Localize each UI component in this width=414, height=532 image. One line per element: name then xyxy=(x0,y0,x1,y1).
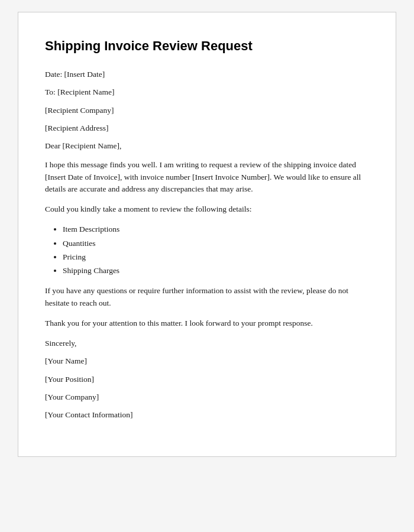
paragraph-3: If you have any questions or require fur… xyxy=(45,285,369,309)
closing: Sincerely, xyxy=(45,338,369,349)
your-name: [Your Name] xyxy=(45,355,369,367)
date-line: Date: [Insert Date] xyxy=(45,69,369,80)
document-title: Shipping Invoice Review Request xyxy=(45,36,369,56)
recipient-address: [Recipient Address] xyxy=(45,122,369,134)
your-company: [Your Company] xyxy=(45,391,369,403)
your-contact: [Your Contact Information] xyxy=(45,409,369,421)
salutation: Dear [Recipient Name], xyxy=(45,140,369,152)
list-item: Shipping Charges xyxy=(63,265,369,277)
list-item: Pricing xyxy=(63,251,369,263)
document: Shipping Invoice Review Request Date: [I… xyxy=(18,12,396,457)
page-container: Shipping Invoice Review Request Date: [I… xyxy=(0,0,414,532)
to-line: To: [Recipient Name] xyxy=(45,86,369,98)
recipient-company: [Recipient Company] xyxy=(45,105,369,116)
bullet-list: Item Descriptions Quantities Pricing Shi… xyxy=(63,223,369,277)
paragraph-1: I hope this message finds you well. I am… xyxy=(45,159,369,195)
list-item: Item Descriptions xyxy=(63,223,369,235)
paragraph-2: Could you kindly take a moment to review… xyxy=(45,203,369,215)
paragraph-4: Thank you for your attention to this mat… xyxy=(45,317,369,329)
your-position: [Your Position] xyxy=(45,374,369,385)
list-item: Quantities xyxy=(63,238,369,249)
